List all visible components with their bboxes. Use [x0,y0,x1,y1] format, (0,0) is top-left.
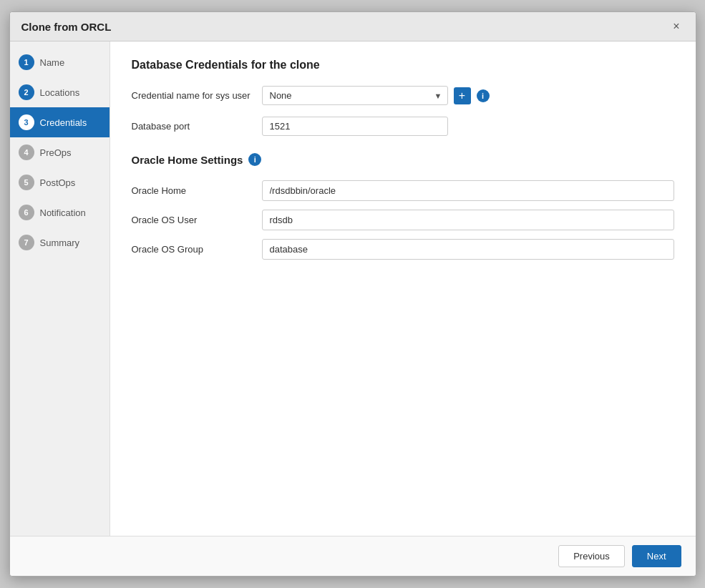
oracle-os-group-input[interactable] [262,239,674,260]
step-badge-6: 6 [19,205,34,220]
step-badge-7: 7 [19,235,34,250]
oracle-os-user-group: Oracle OS User [132,210,674,230]
previous-button[interactable]: Previous [558,545,625,567]
close-button[interactable]: × [668,19,684,34]
sidebar-item-credentials[interactable]: 3 Credentials [10,107,110,137]
step-badge-2: 2 [19,84,34,100]
oracle-home-settings-title: Oracle Home Settings i [132,153,674,166]
dialog-body: 1 Name 2 Locations 3 Credentials 4 PreOp… [10,41,696,536]
step-badge-4: 4 [19,144,34,160]
credential-name-controls: None ▼ + i [262,86,490,105]
db-credentials-title: Database Credentials for the clone [132,59,674,72]
sidebar-item-name[interactable]: 1 Name [10,47,110,77]
credential-select-wrapper: None ▼ [262,86,448,105]
oracle-home-section: Oracle Home Settings i Oracle Home Oracl… [132,153,674,260]
credential-name-select[interactable]: None [262,86,448,105]
step-badge-5: 5 [19,175,34,190]
credential-info-icon[interactable]: i [477,89,490,102]
oracle-home-settings-label: Oracle Home Settings [132,154,243,166]
database-port-label: Database port [132,121,253,132]
sidebar: 1 Name 2 Locations 3 Credentials 4 PreOp… [10,41,110,536]
oracle-home-input[interactable] [262,180,674,201]
dialog-footer: Previous Next [10,536,696,576]
sidebar-item-locations[interactable]: 2 Locations [10,77,110,107]
dialog-header: Clone from ORCL × [10,12,696,41]
database-port-input[interactable] [262,117,448,136]
oracle-os-group-label: Oracle OS Group [132,244,253,255]
credential-name-label: Credential name for sys user [132,90,253,101]
oracle-os-user-label: Oracle OS User [132,215,253,225]
oracle-home-info-icon[interactable]: i [248,153,261,166]
sidebar-item-postops: 5 PostOps [10,167,110,197]
main-content: Database Credentials for the clone Crede… [110,41,696,536]
sidebar-item-notification: 6 Notification [10,197,110,227]
add-credential-button[interactable]: + [454,87,471,104]
oracle-os-group-group: Oracle OS Group [132,239,674,260]
sidebar-label-preops: PreOps [40,147,72,158]
next-button[interactable]: Next [632,545,681,567]
database-port-group: Database port [132,117,674,136]
sidebar-item-preops: 4 PreOps [10,137,110,167]
sidebar-item-summary: 7 Summary [10,227,110,258]
oracle-home-group: Oracle Home [132,180,674,201]
dialog-title: Clone from ORCL [21,21,112,33]
sidebar-label-locations: Locations [40,87,80,98]
sidebar-label-postops: PostOps [40,177,76,188]
sidebar-label-notification: Notification [40,207,86,218]
oracle-home-label: Oracle Home [132,185,253,196]
clone-dialog: Clone from ORCL × 1 Name 2 Locations 3 C… [9,11,696,577]
sidebar-label-credentials: Credentials [40,117,87,128]
step-badge-1: 1 [19,54,34,70]
credential-name-group: Credential name for sys user None ▼ + i [132,86,674,105]
step-badge-3: 3 [19,114,34,130]
sidebar-label-summary: Summary [40,237,80,248]
oracle-os-user-input[interactable] [262,210,674,230]
sidebar-label-name: Name [40,57,65,68]
